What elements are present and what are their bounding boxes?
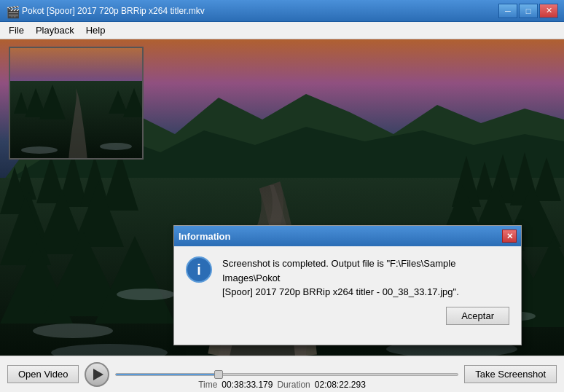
time-value: 00:38:33.179 xyxy=(222,380,273,390)
take-screenshot-button[interactable]: Take Screenshot xyxy=(464,365,557,383)
time-info: Time 00:38:33.179 Duration 02:08:22.293 xyxy=(198,380,366,392)
title-bar-left: 🎬 Pokot [Spoor] 2017 720p BRRip x264 tit… xyxy=(6,5,205,17)
menu-file[interactable]: File xyxy=(3,23,30,37)
minimize-button[interactable]: ─ xyxy=(498,4,517,18)
dialog-message-line1: Screenshot is completed. Output file is … xyxy=(222,258,455,283)
duration-label: Duration xyxy=(277,380,310,390)
duration-value: 02:08:22.293 xyxy=(315,380,366,390)
play-button[interactable] xyxy=(85,362,109,387)
aceptar-button[interactable]: Aceptar xyxy=(446,307,509,325)
info-icon: i xyxy=(186,256,212,283)
dialog-title: Information xyxy=(179,231,231,242)
seek-thumb[interactable] xyxy=(214,370,223,379)
menu-bar: File Playback Help xyxy=(0,22,564,39)
menu-help[interactable]: Help xyxy=(80,23,111,37)
dialog-message: Screenshot is completed. Output file is … xyxy=(222,256,509,299)
dialog-footer: Aceptar xyxy=(174,307,521,334)
app-icon: 🎬 xyxy=(6,5,17,17)
seek-track[interactable] xyxy=(115,373,458,376)
dialog-overlay: Information ✕ i Screenshot is completed.… xyxy=(0,39,564,356)
dialog-close-button[interactable]: ✕ xyxy=(502,230,517,243)
information-dialog: Information ✕ i Screenshot is completed.… xyxy=(173,225,522,345)
seek-progress xyxy=(116,374,219,375)
window-title: Pokot [Spoor] 2017 720p BRRip x264 title… xyxy=(22,6,205,16)
bottom-controls: Open Video Take Screenshot Time 00:38:33… xyxy=(0,356,564,392)
play-icon xyxy=(93,369,103,380)
video-area: Information ✕ i Screenshot is completed.… xyxy=(0,39,564,356)
open-video-button[interactable]: Open Video xyxy=(7,365,79,383)
title-bar: 🎬 Pokot [Spoor] 2017 720p BRRip x264 tit… xyxy=(0,0,564,22)
maximize-button[interactable]: □ xyxy=(519,4,538,18)
dialog-title-bar: Information ✕ xyxy=(174,226,521,246)
menu-playback[interactable]: Playback xyxy=(30,23,80,37)
dialog-body: i Screenshot is completed. Output file i… xyxy=(174,246,521,307)
window-controls: ─ □ ✕ xyxy=(498,4,558,18)
time-label: Time xyxy=(198,380,217,390)
close-button[interactable]: ✕ xyxy=(539,4,558,18)
dialog-message-line2: [Spoor] 2017 720p BRRip x264 titler - 00… xyxy=(222,286,459,297)
